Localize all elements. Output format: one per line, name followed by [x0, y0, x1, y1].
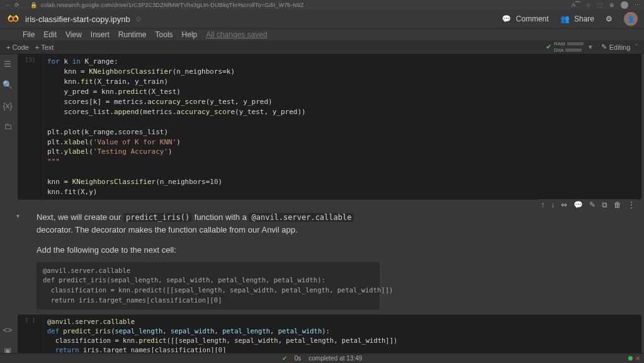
link-icon[interactable]: ⇔: [561, 200, 567, 209]
code-display-block: @anvil.server.callable def predict_iris(…: [37, 262, 380, 309]
connection-indicator: [628, 356, 633, 360]
cell-more-icon[interactable]: ⋮: [628, 200, 635, 209]
star-icon[interactable]: ☆: [586, 2, 591, 8]
code-editor[interactable]: @anvil.server.callable def predict_iris(…: [43, 314, 641, 355]
close-icon[interactable]: ✕: [635, 355, 640, 362]
search-icon[interactable]: 🔍: [3, 80, 13, 89]
code-snippets-icon[interactable]: <>: [3, 325, 12, 335]
user-avatar[interactable]: 👤: [624, 12, 638, 26]
code-cell[interactable]: [ ] @anvil.server.callable def predict_i…: [18, 314, 641, 355]
app-icon[interactable]: A⁀: [572, 2, 580, 8]
menu-runtime[interactable]: Runtime: [118, 30, 147, 39]
mirror-icon[interactable]: ⧉: [602, 200, 607, 209]
status-bar: ✔ 0s completed at 13:49 ✕: [0, 353, 644, 363]
comment-button[interactable]: 💬 Comment: [502, 14, 548, 23]
menu-edit[interactable]: Edit: [43, 30, 57, 39]
toc-icon[interactable]: ☰: [4, 59, 11, 69]
notebook-content[interactable]: [3] for k in K_range: knn = KNeighborsCl…: [15, 54, 644, 355]
add-text-label: Text: [41, 43, 54, 51]
reload-icon[interactable]: ⟳: [13, 2, 21, 8]
inline-code: predict_iris(): [123, 213, 192, 222]
ram-label: RAM: [554, 41, 565, 47]
comment-cell-icon[interactable]: 💬: [573, 200, 583, 209]
completed-label: completed at 13:49: [308, 355, 362, 362]
move-down-icon[interactable]: ↓: [551, 200, 555, 209]
text-content: function with a: [192, 212, 249, 222]
disk-label: Disk: [554, 47, 564, 53]
exec-time: 0s: [295, 355, 302, 362]
files-icon[interactable]: 🗀: [4, 122, 12, 131]
toolbar: + Code + Text ✔ RAM Disk ▾ ✎ Editing ˆ: [0, 40, 644, 54]
cell-gutter: [3]: [18, 54, 43, 200]
cell-toolbar: ↑ ↓ ⇔ 💬 ✎ ⧉ 🗑 ⋮: [538, 199, 638, 210]
profile-avatar[interactable]: [621, 1, 628, 9]
text-content: Add the following code to the next cell:: [37, 245, 176, 255]
share-label: Share: [574, 14, 594, 23]
address-bar[interactable]: colab.research.google.com/drive/1rC3P2C3…: [41, 2, 572, 8]
save-status: All changes saved: [206, 30, 267, 39]
menu-file[interactable]: File: [23, 30, 35, 39]
lock-icon: 🔒: [30, 2, 37, 8]
cell-gutter: [ ]: [18, 314, 43, 355]
inline-code: @anvil.server.callable: [249, 213, 354, 222]
collapse-icon[interactable]: ˆ: [635, 43, 638, 51]
add-code-button[interactable]: + Code: [6, 43, 29, 51]
vars-icon[interactable]: {x}: [3, 101, 12, 110]
menu-bar: File Edit View Insert Runtime Tools Help…: [0, 29, 644, 40]
text-cell[interactable]: Next, we will create our predict_iris() …: [18, 209, 383, 259]
edit-cell-icon[interactable]: ✎: [589, 200, 596, 209]
browser-chrome: ← ⟳ 🔒 colab.research.google.com/drive/1r…: [0, 0, 644, 9]
check-icon: ✔: [282, 355, 287, 362]
star-notebook-icon[interactable]: ☆: [135, 14, 142, 23]
comment-label: Comment: [516, 14, 549, 23]
editing-label: Editing: [609, 43, 631, 51]
overflow-icon[interactable]: ⋯: [635, 2, 640, 8]
left-sidebar: ☰ 🔍 {x} 🗀 <> ▣: [0, 54, 15, 355]
back-icon[interactable]: ←: [4, 2, 13, 8]
colab-logo[interactable]: [6, 12, 20, 26]
code-cell[interactable]: [3] for k in K_range: knn = KNeighborsCl…: [18, 54, 641, 200]
notebook-title[interactable]: iris-classifier-start-copy.ipynb: [25, 14, 130, 24]
check-icon: ✔: [546, 43, 551, 51]
text-content: Next, we will create our: [37, 212, 123, 222]
delete-cell-icon[interactable]: 🗑: [614, 200, 621, 209]
code-editor[interactable]: for k in K_range: knn = KNeighborsClassi…: [43, 54, 641, 200]
menu-help[interactable]: Help: [182, 30, 198, 39]
chevron-down-icon[interactable]: ▾: [589, 43, 592, 51]
move-up-icon[interactable]: ↑: [541, 200, 545, 209]
resource-meter[interactable]: RAM Disk: [554, 41, 584, 53]
add-text-button[interactable]: + Text: [35, 43, 54, 51]
extension-icon[interactable]: ⬚: [597, 2, 603, 8]
menu-tools[interactable]: Tools: [155, 30, 173, 39]
colab-header: iris-classifier-start-copy.ipynb ☆ 💬 Com…: [0, 9, 644, 29]
more-icon[interactable]: ⊕: [609, 2, 614, 8]
menu-insert[interactable]: Insert: [91, 30, 110, 39]
editing-mode-button[interactable]: ✎ Editing: [601, 43, 631, 51]
menu-view[interactable]: View: [65, 30, 82, 39]
text-content: decorator. The decorator makes the funct…: [37, 225, 298, 234]
gear-icon[interactable]: ⚙: [606, 14, 613, 23]
share-button[interactable]: 👥 Share: [560, 14, 594, 23]
add-code-label: Code: [12, 43, 28, 51]
